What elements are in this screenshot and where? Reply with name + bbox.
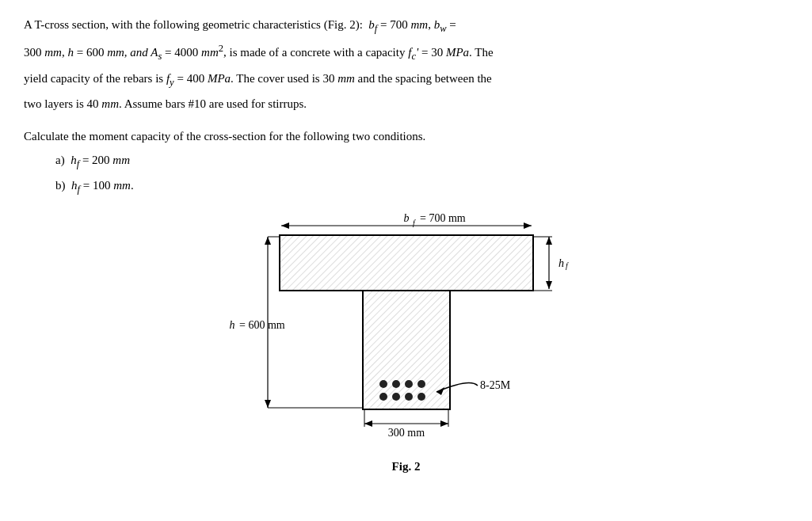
svg-rect-1 xyxy=(280,235,533,291)
rebar-dot xyxy=(392,393,400,401)
bw-label: 300 mm xyxy=(387,427,424,439)
rebar-dot xyxy=(417,393,425,401)
paragraph1: A T-cross section, with the following ge… xyxy=(24,16,788,36)
figure-label: Fig. 2 xyxy=(392,460,421,473)
h-label: h xyxy=(229,319,234,331)
svg-marker-4 xyxy=(281,222,289,229)
bf-value: = 700 mm xyxy=(420,212,466,224)
bf-label: b xyxy=(403,212,409,224)
paragraph1-line2: 300 mm, h = 600 mm, and As = 4000 mm2, i… xyxy=(24,41,788,64)
paragraph1-line4: two layers is 40 mm. Assume bars #10 are… xyxy=(24,95,788,113)
rebar-dot xyxy=(392,380,400,388)
rebar-dot xyxy=(405,393,413,401)
figure-area: b f = 700 mm h = 600 mm xyxy=(24,211,788,473)
rebar-dot xyxy=(379,393,387,401)
hf-label: h xyxy=(558,257,564,269)
condition-a: a) hf = 200 mm xyxy=(55,151,788,172)
paragraph1-line3: yield capacity of the rebars is fy = 400… xyxy=(24,70,788,90)
question-line1: Calculate the moment capacity of the cro… xyxy=(24,127,788,146)
t-section-diagram: b f = 700 mm h = 600 mm xyxy=(216,211,597,457)
svg-marker-7 xyxy=(265,237,271,245)
condition-b: b) hf = 100 mm. xyxy=(55,177,788,197)
h-equals: = 600 mm xyxy=(239,319,285,331)
svg-marker-18 xyxy=(440,420,448,427)
hf-sub: f xyxy=(566,261,569,270)
svg-marker-12 xyxy=(546,237,552,245)
question-text: Calculate the moment capacity of the cro… xyxy=(24,127,788,197)
rebar-dot xyxy=(405,380,413,388)
rebar-dot xyxy=(379,380,387,388)
rebar-dot xyxy=(417,380,425,388)
rebar-label: 8-25M xyxy=(480,379,511,391)
svg-marker-8 xyxy=(265,400,271,408)
svg-marker-5 xyxy=(524,222,532,229)
problem-text: A T-cross section, with the following ge… xyxy=(24,16,788,113)
svg-marker-13 xyxy=(546,281,552,289)
svg-marker-17 xyxy=(364,420,372,427)
